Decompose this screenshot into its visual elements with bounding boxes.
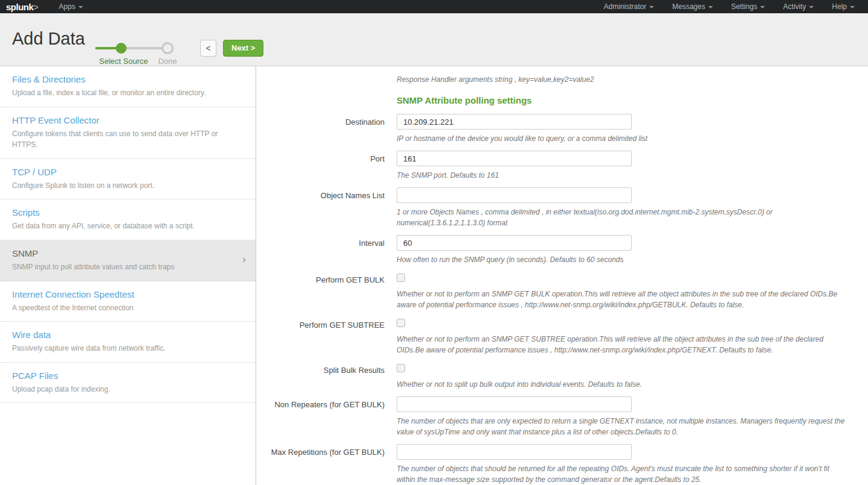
sidebar-item-description: Configure tokens that clients can use to… bbox=[12, 128, 231, 151]
apps-menu[interactable]: Apps bbox=[59, 2, 83, 11]
progress-track bbox=[95, 47, 174, 49]
non-repeaters-for-get-bulk-control: The number of objects that are only expe… bbox=[397, 396, 848, 437]
chevron-down-icon bbox=[760, 6, 765, 8]
destination-control: IP or hostname of the device you would l… bbox=[397, 114, 848, 144]
sidebar-item-description: Configure Splunk to listen on a network … bbox=[12, 180, 231, 192]
snmp-settings-form: Response Handler arguments string , key=… bbox=[257, 66, 868, 485]
interval-label: Interval bbox=[257, 235, 385, 249]
non-repeaters-for-get-bulk-hint: The number of objects that are only expe… bbox=[397, 416, 848, 437]
back-chevron-icon: < bbox=[206, 43, 210, 53]
split-bulk-results-label: Split Bulk Results bbox=[257, 362, 385, 376]
sidebar-item-title: HTTP Event Collector bbox=[12, 115, 231, 125]
progress-steps: Select Source Done bbox=[95, 41, 192, 67]
max-repetitions-for-get-bulk-input[interactable] bbox=[397, 444, 632, 460]
sidebar-item-files-directories[interactable]: Files & DirectoriesUpload a file, index … bbox=[0, 66, 256, 107]
sidebar-item-internet-connection-speedtest[interactable]: Internet Connection SpeedtestA speedtest… bbox=[0, 281, 256, 322]
help-menu-label: Help bbox=[832, 2, 847, 11]
form-row-object-names-list: Object Names List1 or more Objects Names… bbox=[257, 187, 868, 228]
sidebar-item-title: SNMP bbox=[12, 248, 231, 258]
perform-get-bulk-checkbox[interactable] bbox=[397, 274, 405, 282]
sidebar-item-description: Get data from any API, service, or datab… bbox=[12, 221, 231, 232]
step-label-select-source: Select Source bbox=[87, 57, 160, 66]
destination-hint: IP or hostname of the device you would l… bbox=[397, 133, 848, 144]
max-repetitions-for-get-bulk-hint: The number of objects that should be ret… bbox=[397, 463, 848, 485]
form-row-interval: IntervalHow often to run the SNMP query … bbox=[257, 235, 868, 265]
apps-menu-label: Apps bbox=[59, 2, 75, 11]
port-input[interactable] bbox=[397, 151, 632, 166]
chevron-down-icon bbox=[649, 6, 654, 8]
perform-get-subtree-checkbox[interactable] bbox=[397, 319, 405, 327]
form-row-split-bulk-results: Split Bulk ResultsWhether or not to spli… bbox=[257, 362, 868, 390]
object-names-list-control: 1 or more Objects Names , comma delimite… bbox=[397, 187, 848, 228]
perform-get-subtree-control: Whether or not to perform an SNMP GET SU… bbox=[397, 317, 848, 355]
object-names-list-hint: 1 or more Objects Names , comma delimite… bbox=[397, 207, 848, 228]
next-button[interactable]: Next > bbox=[223, 40, 263, 57]
non-repeaters-for-get-bulk-input[interactable] bbox=[397, 396, 632, 412]
sidebar-item-scripts[interactable]: ScriptsGet data from any API, service, o… bbox=[0, 199, 256, 240]
sidebar-item-title: Wire data bbox=[12, 330, 231, 340]
activity-menu-label: Activity bbox=[783, 2, 806, 11]
sidebar-item-description: Upload a file, index a local file, or mo… bbox=[12, 87, 231, 99]
sidebar-item-description: SNMP input to poll attribute values and … bbox=[12, 261, 231, 273]
page-title: Add Data bbox=[12, 29, 85, 49]
port-control: The SNMP port. Defaults to 161 bbox=[397, 151, 848, 181]
step-label-done: Done bbox=[149, 57, 186, 66]
object-names-list-input[interactable] bbox=[397, 187, 632, 203]
interval-control: How often to run the SNMP query (in seco… bbox=[397, 235, 848, 265]
chevron-down-icon bbox=[708, 6, 713, 8]
destination-label: Destination bbox=[257, 114, 385, 128]
messages-menu[interactable]: Messages bbox=[672, 2, 713, 11]
interval-hint: How often to run the SNMP query (in seco… bbox=[397, 254, 848, 265]
perform-get-subtree-hint: Whether or not to perform an SNMP GET SU… bbox=[397, 334, 848, 355]
perform-get-subtree-label: Perform GET SUBTREE bbox=[257, 317, 385, 331]
response-handler-arguments-hint: Response Handler arguments string , key=… bbox=[397, 74, 848, 85]
step-current-dot bbox=[116, 43, 127, 54]
form-fields: DestinationIP or hostname of the device … bbox=[257, 114, 868, 485]
max-repetitions-for-get-bulk-label: Max Repetitions (for GET BULK) bbox=[257, 444, 385, 458]
split-bulk-results-control: Whether or not to split up bulk output i… bbox=[397, 362, 848, 390]
sidebar-item-wire-data[interactable]: Wire dataPassively capture wire data fro… bbox=[0, 322, 256, 363]
sidebar-item-tcp-udp[interactable]: TCP / UDPConfigure Splunk to listen on a… bbox=[0, 159, 256, 200]
source-type-sidebar: Files & DirectoriesUpload a file, index … bbox=[0, 66, 256, 485]
sidebar-item-description: Upload pcap data for indexing. bbox=[12, 384, 231, 395]
page-header: Add Data Select Source Done < Next > bbox=[0, 13, 868, 66]
sidebar-item-title: Files & Directories bbox=[12, 74, 231, 84]
chevron-right-icon: › bbox=[242, 252, 246, 266]
form-row-destination: DestinationIP or hostname of the device … bbox=[257, 114, 868, 144]
activity-menu[interactable]: Activity bbox=[783, 2, 814, 11]
settings-menu[interactable]: Settings bbox=[731, 2, 765, 11]
chevron-down-icon bbox=[809, 6, 814, 8]
step-pending-circle bbox=[162, 42, 174, 54]
messages-menu-label: Messages bbox=[672, 2, 705, 11]
interval-input[interactable] bbox=[397, 235, 632, 251]
form-row-non-repeaters-for-get-bulk: Non Repeaters (for GET BULK)The number o… bbox=[257, 396, 868, 437]
topbar-right-menus: AdministratorMessagesSettingsActivityHel… bbox=[604, 2, 868, 11]
split-bulk-results-hint: Whether or not to split up bulk output i… bbox=[397, 379, 848, 390]
administrator-menu[interactable]: Administrator bbox=[604, 2, 655, 11]
help-menu[interactable]: Help bbox=[832, 2, 855, 11]
destination-input[interactable] bbox=[397, 114, 632, 130]
perform-get-bulk-control: Whether or not to perform an SNMP GET BU… bbox=[397, 272, 848, 310]
splunk-logo[interactable]: splunk> bbox=[6, 2, 39, 12]
port-hint: The SNMP port. Defaults to 161 bbox=[397, 170, 848, 181]
split-bulk-results-checkbox[interactable] bbox=[397, 364, 405, 372]
sidebar-item-http-event-collector[interactable]: HTTP Event CollectorConfigure tokens tha… bbox=[0, 107, 256, 159]
splunk-logo-chevron: > bbox=[33, 2, 38, 12]
sidebar-item-title: TCP / UDP bbox=[12, 167, 231, 177]
administrator-menu-label: Administrator bbox=[604, 2, 647, 11]
splunk-logo-text: splunk bbox=[6, 2, 33, 12]
sidebar-item-pcap-files[interactable]: PCAP FilesUpload pcap data for indexing. bbox=[0, 363, 256, 404]
form-row-port: PortThe SNMP port. Defaults to 161 bbox=[257, 151, 868, 181]
form-row-perform-get-bulk: Perform GET BULKWhether or not to perfor… bbox=[257, 272, 868, 310]
max-repetitions-for-get-bulk-control: The number of objects that should be ret… bbox=[397, 444, 848, 485]
form-row-perform-get-subtree: Perform GET SUBTREEWhether or not to per… bbox=[257, 317, 868, 355]
perform-get-bulk-label: Perform GET BULK bbox=[257, 272, 385, 286]
port-label: Port bbox=[257, 151, 385, 164]
sidebar-item-title: Scripts bbox=[12, 207, 231, 217]
settings-menu-label: Settings bbox=[731, 2, 757, 11]
non-repeaters-for-get-bulk-label: Non Repeaters (for GET BULK) bbox=[257, 396, 385, 410]
perform-get-bulk-hint: Whether or not to perform an SNMP GET BU… bbox=[397, 289, 848, 310]
sidebar-item-snmp[interactable]: SNMPSNMP input to poll attribute values … bbox=[0, 240, 256, 281]
top-navigation-bar: splunk> Apps AdministratorMessagesSettin… bbox=[0, 0, 868, 13]
back-button[interactable]: < bbox=[200, 40, 216, 57]
